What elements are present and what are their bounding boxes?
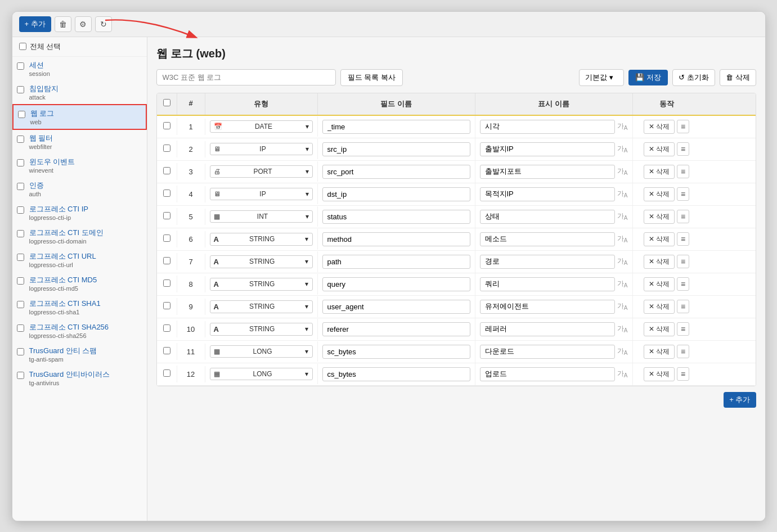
sidebar-item-tg-spam[interactable]: TrusGuard 안티 스팸 tg-anti-spam [12,342,147,366]
row6-display-input[interactable] [480,232,615,246]
webfilter-checkbox[interactable] [17,136,24,143]
row8-menu-button[interactable]: ≡ [677,277,689,291]
cti-domain-checkbox[interactable] [17,230,24,237]
settings-icon-button[interactable]: ⚙ [75,16,92,32]
delete-icon-button[interactable]: 🗑 [55,16,71,32]
row8-field-input[interactable] [322,277,470,291]
cti-ip-checkbox[interactable] [17,206,24,214]
winevent-checkbox[interactable] [17,159,24,166]
row1-field-input[interactable] [322,120,470,134]
row6-field-input[interactable] [322,232,470,246]
row3-display-input[interactable] [480,165,615,179]
cti-sha1-checkbox[interactable] [17,301,24,308]
row3-delete-button[interactable]: ✕ 삭제 [644,165,675,179]
sidebar-item-attack[interactable]: 침입탐지 attack [12,80,147,104]
row10-field-input[interactable] [322,322,470,336]
attack-checkbox[interactable] [17,86,24,93]
row6-delete-button[interactable]: ✕ 삭제 [644,232,675,246]
row10-type-select[interactable]: A STRING ▾ [210,323,313,336]
reset-button[interactable]: ↺ 초기화 [672,69,715,86]
sidebar-item-cti-domain[interactable]: 로그프레소 CTI 도메인 logpresso-cti-domain [12,224,147,248]
delete-button[interactable]: 🗑 삭제 [720,69,756,86]
row5-delete-button[interactable]: ✕ 삭제 [644,210,675,224]
row11-menu-button[interactable]: ≡ [677,345,689,358]
row8-delete-button[interactable]: ✕ 삭제 [644,277,675,291]
tg-spam-checkbox[interactable] [17,348,24,355]
sidebar-select-all[interactable]: 전체 선택 [12,37,147,57]
row5-type-select[interactable]: ▦ INT ▾ [210,210,313,223]
row4-field-input[interactable] [322,187,470,201]
row3-menu-button[interactable]: ≡ [677,165,689,178]
row5-field-input[interactable] [322,210,470,224]
sidebar-item-web[interactable]: 웹 로그 web [12,104,147,130]
session-checkbox[interactable] [17,62,24,70]
row2-delete-button[interactable]: ✕ 삭제 [644,142,675,156]
row11-type-select[interactable]: ▦ LONG ▾ [210,345,313,358]
row4-menu-button[interactable]: ≡ [677,187,689,201]
row1-display-input[interactable] [480,120,615,134]
row4-delete-button[interactable]: ✕ 삭제 [644,187,675,201]
sidebar-item-webfilter[interactable]: 웹 필터 webfilter [12,130,147,154]
row12-type-select[interactable]: ▦ LONG ▾ [210,368,313,380]
web-checkbox[interactable] [18,111,25,118]
row6-menu-button[interactable]: ≡ [677,232,689,246]
auth-checkbox[interactable] [17,183,24,190]
row11-display-input[interactable] [480,345,615,359]
select-all-table-checkbox[interactable] [163,99,170,106]
row5-menu-button[interactable]: ≡ [677,210,689,223]
row9-menu-button[interactable]: ≡ [677,300,689,313]
row5-display-input[interactable] [480,210,615,224]
row7-type-select[interactable]: A STRING ▾ [210,255,313,268]
row2-display-input[interactable] [480,142,615,156]
add-bottom-button[interactable]: + 추가 [724,392,756,408]
tg-antivirus-checkbox[interactable] [17,372,24,379]
row9-field-input[interactable] [322,300,470,314]
copy-fields-button[interactable]: 필드 목록 복사 [340,69,403,86]
row3-field-input[interactable] [322,165,470,179]
cti-sha256-checkbox[interactable] [17,324,24,332]
row2-field-input[interactable] [322,142,470,156]
row9-type-select[interactable]: A STRING ▾ [210,300,313,313]
row2-menu-button[interactable]: ≡ [677,142,689,156]
row7-delete-button[interactable]: ✕ 삭제 [644,255,675,269]
row12-display-input[interactable] [480,367,615,381]
row1-delete-button[interactable]: ✕ 삭제 [644,120,675,134]
row12-menu-button[interactable]: ≡ [677,367,689,381]
row4-display-input[interactable] [480,187,615,201]
row12-delete-button[interactable]: ✕ 삭제 [644,367,675,381]
cti-url-checkbox[interactable] [17,254,24,261]
default-select[interactable]: 기본값 ▾ [579,69,624,86]
row2-type-select[interactable]: 🖥 IP ▾ [210,143,313,155]
sidebar-item-cti-sha256[interactable]: 로그프레소 CTI SHA256 logpresso-cti-sha256 [12,319,147,342]
sidebar-item-cti-url[interactable]: 로그프레소 CTI URL logpresso-cti-url [12,248,147,272]
row9-delete-button[interactable]: ✕ 삭제 [644,300,675,314]
row7-display-input[interactable] [480,255,615,269]
sidebar-item-cti-md5[interactable]: 로그프레소 CTI MD5 logpresso-cti-md5 [12,272,147,295]
sidebar-item-cti-sha1[interactable]: 로그프레소 CTI SHA1 logpresso-cti-sha1 [12,295,147,319]
row8-display-input[interactable] [480,277,615,291]
row10-display-input[interactable] [480,322,615,336]
row10-delete-button[interactable]: ✕ 삭제 [644,322,675,336]
row12-field-input[interactable] [322,367,470,381]
sidebar-item-winevent[interactable]: 윈도우 이벤트 winevent [12,154,147,177]
sidebar-item-tg-antivirus[interactable]: TrusGuard 안티바이러스 tg-antivirus [12,366,147,390]
row1-type-select[interactable]: 📅 DATE ▾ [210,120,313,133]
log-name-input[interactable] [156,69,336,85]
row1-menu-button[interactable]: ≡ [677,120,689,133]
row9-display-input[interactable] [480,300,615,314]
row11-field-input[interactable] [322,345,470,359]
sidebar-item-cti-ip[interactable]: 로그프레소 CTI IP logpresso-cti-ip [12,201,147,224]
refresh-icon-button[interactable]: ↻ [95,16,112,32]
row4-type-select[interactable]: 🖥 IP ▾ [210,188,313,200]
save-button[interactable]: 💾 저장 [628,70,668,85]
row11-delete-button[interactable]: ✕ 삭제 [644,345,675,359]
row10-menu-button[interactable]: ≡ [677,322,689,336]
row7-menu-button[interactable]: ≡ [677,255,689,268]
cti-md5-checkbox[interactable] [17,277,24,285]
select-all-checkbox[interactable] [19,43,26,50]
add-button[interactable]: + 추가 [19,16,51,32]
row6-type-select[interactable]: A STRING ▾ [210,233,313,246]
sidebar-item-session[interactable]: 세션 session [12,57,147,80]
row7-field-input[interactable] [322,255,470,269]
sidebar-item-auth[interactable]: 인증 auth [12,177,147,201]
